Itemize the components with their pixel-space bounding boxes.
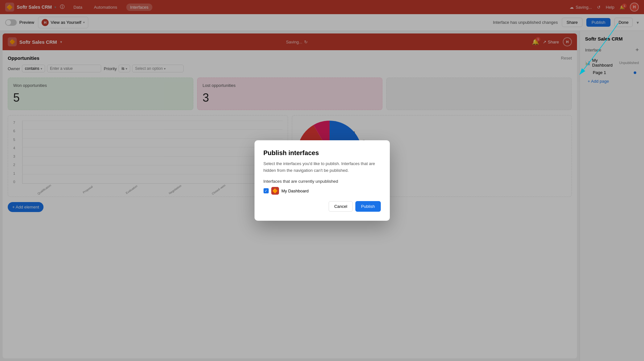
modal-overlay[interactable]: Publish interfaces Select the interfaces… (0, 0, 644, 361)
interface-name: My Dashboard (282, 189, 309, 193)
publish-modal: Publish interfaces Select the interfaces… (255, 140, 390, 221)
interface-checkbox[interactable]: ✓ (264, 188, 269, 193)
modal-description: Select the interfaces you'd like to publ… (264, 161, 381, 174)
modal-section-label: Interfaces that are currently unpublishe… (264, 179, 381, 184)
crm-icon: 🔶 (272, 188, 278, 193)
check-icon: ✓ (264, 189, 267, 193)
modal-cancel-button[interactable]: Cancel (329, 201, 352, 212)
modal-interface-item: ✓ 🔶 My Dashboard (264, 187, 381, 195)
modal-actions: Cancel Publish (264, 201, 381, 212)
modal-title: Publish interfaces (264, 149, 381, 157)
modal-publish-button[interactable]: Publish (355, 201, 381, 212)
interface-crm-icon: 🔶 (271, 187, 279, 195)
